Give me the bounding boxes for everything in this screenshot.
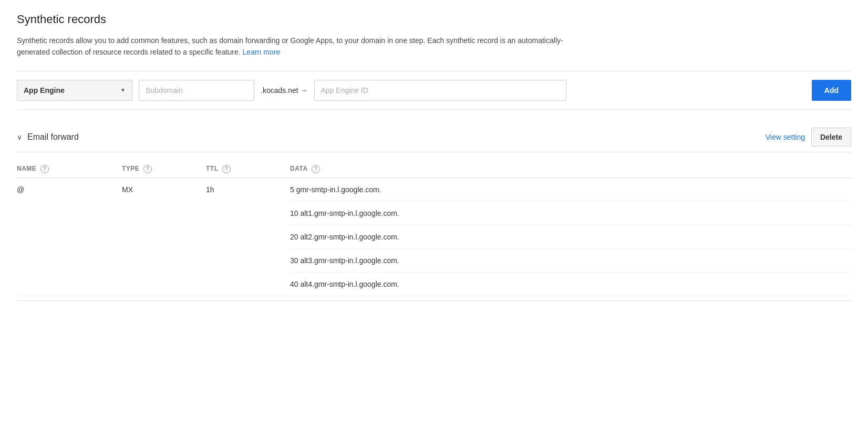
- cell-data: 40 alt4.gmr-smtp-in.l.google.com.: [290, 272, 851, 296]
- ttl-help-icon[interactable]: ?: [222, 165, 231, 173]
- records-table: NAME ? TYPE ? TTL ? DATA ? @MX1h5 gmr-sm…: [17, 161, 851, 296]
- section-header-left: ∨ Email forward: [17, 132, 79, 142]
- cell-name: @: [17, 178, 122, 296]
- description-text: Synthetic records allow you to add commo…: [17, 36, 563, 56]
- record-type-dropdown[interactable]: App Engine ▼: [17, 80, 132, 101]
- view-setting-link[interactable]: View setting: [766, 133, 805, 141]
- col-header-ttl: TTL ?: [206, 161, 290, 178]
- table-bottom-border: [17, 300, 851, 301]
- subdomain-input[interactable]: [139, 80, 254, 101]
- type-help-icon[interactable]: ?: [143, 165, 152, 173]
- delete-button[interactable]: Delete: [811, 128, 851, 147]
- domain-label: .kocads.net →: [261, 86, 308, 95]
- cell-type: MX: [122, 178, 206, 296]
- page-description: Synthetic records allow you to add commo…: [17, 35, 595, 58]
- collapse-icon[interactable]: ∨: [17, 133, 22, 141]
- section-title: Email forward: [27, 132, 79, 142]
- app-engine-id-input[interactable]: [314, 80, 566, 101]
- col-header-data: DATA ?: [290, 161, 851, 178]
- section-header: ∨ Email forward View setting Delete: [17, 122, 851, 152]
- table-header-row: NAME ? TYPE ? TTL ? DATA ?: [17, 161, 851, 178]
- toolbar-row: App Engine ▼ .kocads.net → Add: [17, 71, 851, 110]
- learn-more-link[interactable]: Learn more: [243, 48, 281, 56]
- chevron-down-icon: ▼: [120, 87, 126, 93]
- page-title: Synthetic records: [17, 13, 851, 26]
- cell-data: 10 alt1.gmr-smtp-in.l.google.com.: [290, 201, 851, 225]
- cell-data: 30 alt3.gmr-smtp-in.l.google.com.: [290, 248, 851, 272]
- col-header-type: TYPE ?: [122, 161, 206, 178]
- name-help-icon[interactable]: ?: [40, 165, 49, 173]
- table-row: @MX1h5 gmr-smtp-in.l.google.com.: [17, 178, 851, 201]
- dropdown-label: App Engine: [24, 86, 65, 95]
- cell-data: 20 alt2.gmr-smtp-in.l.google.com.: [290, 225, 851, 248]
- cell-ttl: 1h: [206, 178, 290, 296]
- section-header-right: View setting Delete: [766, 128, 851, 147]
- email-forward-section: ∨ Email forward View setting Delete NAME…: [17, 122, 851, 301]
- cell-data: 5 gmr-smtp-in.l.google.com.: [290, 178, 851, 201]
- col-header-name: NAME ?: [17, 161, 122, 178]
- add-button[interactable]: Add: [812, 80, 851, 101]
- data-help-icon[interactable]: ?: [312, 165, 320, 173]
